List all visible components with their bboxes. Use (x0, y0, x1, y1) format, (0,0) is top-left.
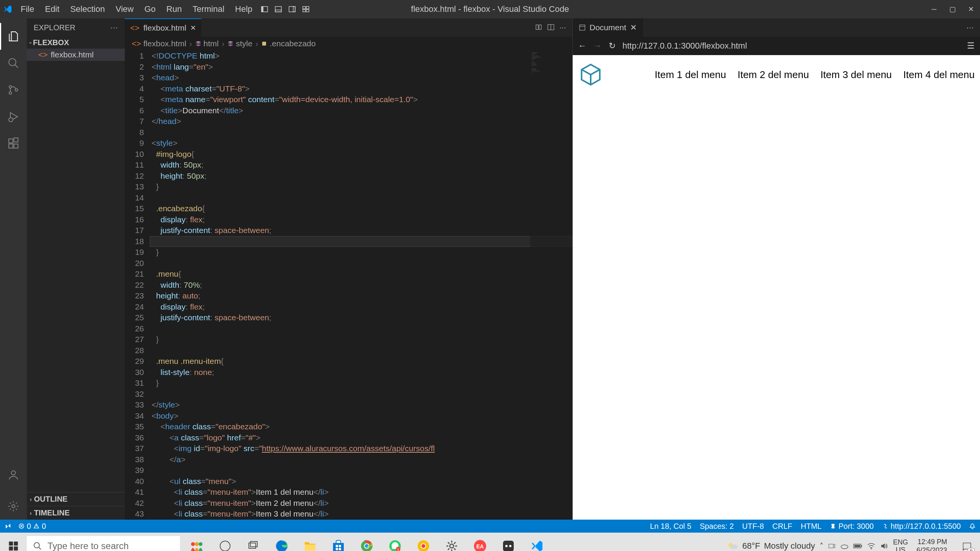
svg-rect-7 (306, 7, 309, 9)
tray-volume-icon[interactable] (880, 542, 889, 550)
svg-point-15 (9, 118, 13, 122)
app-cortana[interactable] (211, 533, 239, 551)
menu-selection[interactable]: Selection (65, 0, 110, 18)
app-people[interactable] (183, 533, 211, 551)
taskbar-search[interactable]: Type here to search (27, 536, 180, 551)
extensions-icon[interactable] (0, 130, 27, 157)
port-status[interactable]: Port: 3000 (830, 522, 874, 531)
app-edge[interactable] (268, 533, 296, 551)
live-server[interactable]: http://127.0.0.1:5500 (882, 522, 961, 531)
timeline-section[interactable]: › TIMELINE (27, 506, 125, 520)
minimap[interactable]: ▬▬▬▬▬▬▬▬▬▬▬▬▬▬▬▬▬▬▬▬▬▬▬▬▬▬▬▬▬▬▬▬▬▬▬▬▬▬▬▬… (530, 51, 572, 520)
svg-rect-19 (14, 138, 18, 142)
menu-terminal[interactable]: Terminal (187, 0, 230, 18)
browser-content: Item 1 del menu Item 2 del menu Item 3 d… (573, 55, 980, 520)
svg-rect-51 (336, 548, 338, 550)
search-icon[interactable] (0, 50, 27, 77)
preview-tab[interactable]: Document ✕ (573, 18, 643, 37)
tray-notifications[interactable]: 9 (956, 533, 978, 551)
app-chrome[interactable] (353, 533, 381, 551)
app-explorer[interactable] (296, 533, 324, 551)
run-code-icon[interactable] (535, 23, 542, 32)
project-section[interactable]: › FLEXBOX (27, 37, 125, 49)
sidebar-title: EXPLORER (34, 23, 75, 32)
breadcrumb-sep: › (255, 39, 258, 48)
app-ea[interactable]: EA (466, 533, 494, 551)
tray-wifi-icon[interactable] (867, 542, 875, 550)
settings-gear-icon[interactable] (0, 493, 27, 520)
tab-label: flexbox.html (144, 23, 186, 33)
notifications-icon[interactable] (969, 523, 975, 529)
source-control-icon[interactable] (0, 77, 27, 103)
svg-point-71 (841, 545, 848, 549)
app-store[interactable] (325, 533, 352, 551)
toggle-secondary-sidebar-icon[interactable] (285, 0, 299, 18)
svg-rect-3 (275, 10, 281, 12)
app-vscode[interactable] (523, 533, 550, 551)
window-title: flexbox.html - flexbox - Visual Studio C… (411, 4, 569, 14)
url-bar[interactable]: http://127.0.0.1:3000/flexbox.html (622, 41, 960, 51)
toggle-primary-sidebar-icon[interactable] (258, 0, 271, 18)
close-button[interactable]: ✕ (962, 0, 980, 18)
app-generic[interactable] (495, 533, 522, 551)
menu-view[interactable]: View (110, 0, 139, 18)
toggle-panel-icon[interactable] (271, 0, 285, 18)
minimize-button[interactable]: ─ (925, 0, 943, 18)
code-content[interactable]: <!DOCTYPE html><html lang="en"><head> <m… (152, 51, 572, 520)
split-editor-icon[interactable] (547, 23, 555, 32)
menu-run[interactable]: Run (161, 0, 187, 18)
app-settings[interactable] (438, 533, 466, 551)
run-debug-icon[interactable] (0, 103, 27, 130)
encoding[interactable]: UTF-8 (742, 522, 764, 531)
cursor-position[interactable]: Ln 18, Col 5 (650, 522, 691, 531)
svg-rect-4 (289, 7, 295, 12)
breadcrumb[interactable]: <>flexbox.html › html › style › .encabez… (125, 37, 572, 51)
app-whatsapp[interactable]: 1 (381, 533, 409, 551)
svg-point-61 (421, 544, 425, 548)
svg-point-67 (509, 545, 511, 547)
outline-section[interactable]: › OUTLINE (27, 492, 125, 506)
app-chrome-canary[interactable] (410, 533, 437, 551)
menu-help[interactable]: Help (230, 0, 258, 18)
file-item[interactable]: <> flexbox.html (27, 49, 125, 61)
tray-chevron-icon[interactable]: ˄ (820, 541, 823, 551)
project-name: FLEXBOX (33, 38, 69, 47)
more-actions-icon[interactable]: ⋯ (559, 23, 566, 32)
menu-item: Item 4 del menu (903, 69, 975, 81)
accounts-icon[interactable] (0, 461, 27, 488)
sidebar-more-icon[interactable]: ⋯ (110, 23, 118, 32)
search-placeholder: Type here to search (47, 541, 129, 551)
app-taskview[interactable] (240, 533, 267, 551)
back-icon[interactable]: ← (578, 41, 586, 51)
code-area[interactable]: 1234567891011121314151617181920212223242… (125, 51, 572, 520)
forward-icon[interactable]: → (593, 41, 602, 51)
close-preview-icon[interactable]: ✕ (630, 23, 637, 32)
explorer-icon[interactable] (0, 23, 27, 50)
language-mode[interactable]: HTML (801, 522, 822, 531)
menu-edit[interactable]: Edit (39, 0, 65, 18)
tray-onedrive-icon[interactable] (840, 542, 849, 550)
customize-layout-icon[interactable] (299, 0, 313, 18)
close-tab-icon[interactable]: ✕ (190, 24, 196, 32)
eol[interactable]: CRLF (773, 522, 792, 531)
svg-point-62 (450, 544, 454, 548)
menu-file[interactable]: File (15, 0, 39, 18)
menu-icon[interactable]: ☰ (967, 41, 975, 51)
tray-clock[interactable]: 12:49 PM 6/25/2023 (913, 538, 951, 551)
tray-language[interactable]: ENG US (893, 538, 908, 551)
reload-icon[interactable]: ↻ (609, 41, 616, 51)
indentation[interactable]: Spaces: 2 (700, 522, 734, 531)
maximize-button[interactable]: ▢ (943, 0, 962, 18)
tray-meet-icon[interactable] (828, 542, 836, 550)
activity-bar (0, 18, 27, 520)
remote-icon[interactable] (5, 523, 11, 530)
preview-more-icon[interactable]: ⋯ (966, 23, 980, 32)
start-button[interactable] (0, 533, 27, 551)
tab-flexbox[interactable]: <> flexbox.html ✕ (125, 18, 201, 37)
tray-battery-icon[interactable] (853, 543, 862, 549)
preview-group: Document ✕ ⋯ ← → ↻ http://127.0.0.1:3000… (572, 18, 980, 520)
errors-warnings[interactable]: 0 0 (18, 522, 46, 531)
weather-widget[interactable]: 68°F Mostly cloudy (726, 540, 815, 551)
svg-rect-38 (14, 546, 18, 551)
menu-go[interactable]: Go (139, 0, 161, 18)
